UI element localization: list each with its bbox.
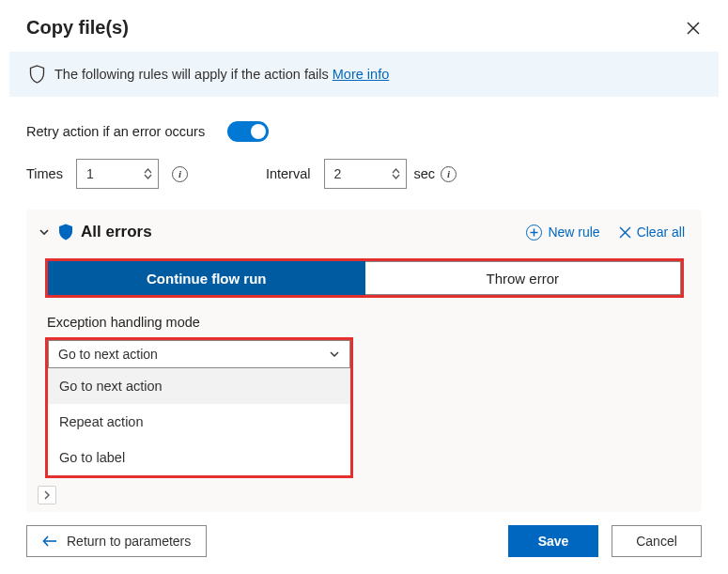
mode-option-repeat[interactable]: Repeat action	[48, 404, 350, 440]
shield-icon	[58, 224, 73, 240]
times-info-icon[interactable]: i	[172, 166, 188, 182]
close-button[interactable]	[685, 20, 702, 37]
return-label: Return to parameters	[67, 534, 191, 549]
save-button[interactable]: Save	[508, 525, 598, 557]
tab-throw-error[interactable]: Throw error	[365, 261, 682, 295]
interval-label: Interval	[266, 166, 311, 181]
x-icon	[619, 226, 631, 239]
clear-all-button[interactable]: Clear all	[619, 225, 685, 240]
toggle-knob-icon	[251, 124, 266, 139]
times-spinner[interactable]	[144, 168, 152, 179]
chevron-down-icon	[329, 349, 340, 360]
plus-circle-icon	[526, 225, 542, 240]
mode-dropdown[interactable]: Go to next action	[48, 340, 350, 368]
new-rule-label: New rule	[548, 225, 599, 240]
tab-continue-flow[interactable]: Continue flow run	[48, 261, 365, 295]
new-rule-button[interactable]: New rule	[526, 225, 599, 240]
info-text: The following rules will apply if the ac…	[54, 67, 389, 82]
cancel-button[interactable]: Cancel	[612, 525, 702, 557]
retry-toggle[interactable]	[227, 121, 269, 142]
mode-option-next-action[interactable]: Go to next action	[48, 368, 350, 404]
times-input[interactable]: 1	[76, 159, 159, 189]
interval-spinner[interactable]	[392, 168, 400, 179]
mode-value: Go to next action	[58, 347, 158, 362]
advanced-expand-button[interactable]	[38, 486, 56, 504]
chevron-right-icon	[42, 490, 52, 500]
chevron-down-icon	[39, 226, 50, 238]
errors-collapse-toggle[interactable]	[38, 225, 51, 239]
chevron-down-icon	[392, 174, 400, 179]
times-label: Times	[26, 166, 63, 181]
interval-unit: sec	[414, 166, 436, 181]
mode-dropdown-list: Go to next action Repeat action Go to la…	[48, 368, 350, 475]
chevron-down-icon	[144, 174, 152, 179]
return-to-parameters-button[interactable]: Return to parameters	[26, 525, 207, 557]
errors-title: All errors	[81, 223, 152, 241]
error-action-tabs: Continue flow run Throw error	[45, 258, 684, 298]
retry-label: Retry action if an error occurs	[26, 124, 205, 139]
mode-option-label[interactable]: Go to label	[48, 440, 350, 475]
dialog-title: Copy file(s)	[26, 17, 129, 39]
close-icon	[687, 22, 700, 35]
mode-dropdown-group: Go to next action Go to next action Repe…	[45, 337, 353, 478]
shield-icon	[28, 65, 45, 84]
interval-value: 2	[334, 166, 342, 181]
interval-input[interactable]: 2	[324, 159, 407, 189]
mode-label: Exception handling mode	[47, 315, 685, 330]
clear-all-label: Clear all	[637, 225, 685, 240]
arrow-left-icon	[42, 535, 57, 547]
interval-info-icon[interactable]: i	[441, 166, 457, 182]
times-value: 1	[86, 166, 94, 181]
info-banner: The following rules will apply if the ac…	[9, 52, 719, 97]
more-info-link[interactable]: More info	[333, 67, 389, 82]
